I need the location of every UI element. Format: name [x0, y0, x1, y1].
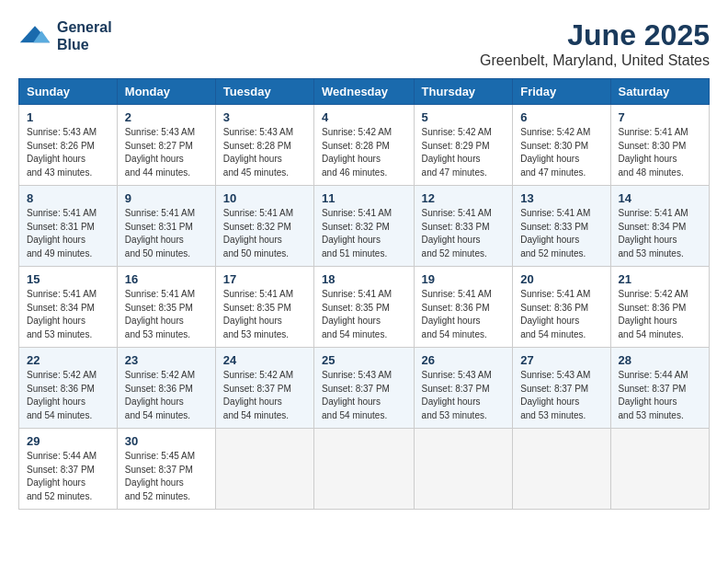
day-info: Sunrise: 5:42 AM Sunset: 8:36 PM Dayligh… [27, 369, 109, 422]
day-info: Sunrise: 5:41 AM Sunset: 8:33 PM Dayligh… [422, 207, 506, 260]
calendar-week-row: 8 Sunrise: 5:41 AM Sunset: 8:31 PM Dayli… [19, 186, 710, 267]
day-info: Sunrise: 5:43 AM Sunset: 8:37 PM Dayligh… [520, 369, 602, 422]
day-info: Sunrise: 5:43 AM Sunset: 8:28 PM Dayligh… [223, 126, 306, 179]
calendar-cell: 21 Sunrise: 5:42 AM Sunset: 8:36 PM Dayl… [610, 267, 709, 348]
calendar-week-row: 29 Sunrise: 5:44 AM Sunset: 8:37 PM Dayl… [19, 429, 710, 510]
calendar-week-row: 15 Sunrise: 5:41 AM Sunset: 8:34 PM Dayl… [19, 267, 710, 348]
day-number: 14 [619, 191, 701, 205]
calendar-header-row: SundayMondayTuesdayWednesdayThursdayFrid… [19, 79, 710, 105]
location-title: Greenbelt, Maryland, United States [480, 52, 710, 69]
logo: General Blue [18, 18, 112, 53]
day-number: 16 [125, 272, 208, 286]
calendar-cell: 2 Sunrise: 5:43 AM Sunset: 8:27 PM Dayli… [117, 105, 215, 186]
day-info: Sunrise: 5:43 AM Sunset: 8:37 PM Dayligh… [322, 369, 406, 422]
day-info: Sunrise: 5:42 AM Sunset: 8:29 PM Dayligh… [422, 126, 506, 179]
calendar-cell: 22 Sunrise: 5:42 AM Sunset: 8:36 PM Dayl… [19, 348, 118, 429]
calendar-cell: 18 Sunrise: 5:41 AM Sunset: 8:35 PM Dayl… [314, 267, 415, 348]
day-info: Sunrise: 5:42 AM Sunset: 8:37 PM Dayligh… [223, 369, 306, 422]
day-info: Sunrise: 5:42 AM Sunset: 8:28 PM Dayligh… [322, 126, 406, 179]
day-info: Sunrise: 5:43 AM Sunset: 8:27 PM Dayligh… [125, 126, 208, 179]
day-number: 6 [520, 110, 602, 124]
day-number: 4 [322, 110, 406, 124]
day-number: 20 [520, 272, 602, 286]
day-info: Sunrise: 5:41 AM Sunset: 8:32 PM Dayligh… [322, 207, 406, 260]
calendar-cell: 6 Sunrise: 5:42 AM Sunset: 8:30 PM Dayli… [513, 105, 610, 186]
day-number: 24 [223, 353, 306, 367]
day-number: 10 [223, 191, 306, 205]
day-number: 25 [322, 353, 406, 367]
day-info: Sunrise: 5:41 AM Sunset: 8:35 PM Dayligh… [223, 288, 306, 341]
day-number: 29 [27, 434, 109, 448]
day-number: 7 [619, 110, 701, 124]
day-info: Sunrise: 5:41 AM Sunset: 8:34 PM Dayligh… [619, 207, 701, 260]
day-number: 26 [422, 353, 506, 367]
calendar-cell: 29 Sunrise: 5:44 AM Sunset: 8:37 PM Dayl… [19, 429, 118, 510]
day-number: 15 [27, 272, 109, 286]
day-info: Sunrise: 5:42 AM Sunset: 8:36 PM Dayligh… [619, 288, 701, 341]
weekday-header-saturday: Saturday [610, 79, 709, 105]
day-info: Sunrise: 5:41 AM Sunset: 8:33 PM Dayligh… [520, 207, 602, 260]
day-info: Sunrise: 5:41 AM Sunset: 8:34 PM Dayligh… [27, 288, 109, 341]
calendar-cell: 16 Sunrise: 5:41 AM Sunset: 8:35 PM Dayl… [117, 267, 215, 348]
day-number: 19 [422, 272, 506, 286]
calendar-cell: 7 Sunrise: 5:41 AM Sunset: 8:30 PM Dayli… [610, 105, 709, 186]
day-number: 12 [422, 191, 506, 205]
day-number: 2 [125, 110, 208, 124]
weekday-header-sunday: Sunday [19, 79, 118, 105]
calendar-cell: 5 Sunrise: 5:42 AM Sunset: 8:29 PM Dayli… [414, 105, 513, 186]
day-info: Sunrise: 5:41 AM Sunset: 8:30 PM Dayligh… [619, 126, 701, 179]
weekday-header-wednesday: Wednesday [314, 79, 415, 105]
day-number: 5 [422, 110, 506, 124]
day-info: Sunrise: 5:44 AM Sunset: 8:37 PM Dayligh… [27, 450, 109, 503]
calendar-week-row: 1 Sunrise: 5:43 AM Sunset: 8:26 PM Dayli… [19, 105, 710, 186]
day-info: Sunrise: 5:43 AM Sunset: 8:37 PM Dayligh… [422, 369, 506, 422]
calendar-cell: 25 Sunrise: 5:43 AM Sunset: 8:37 PM Dayl… [314, 348, 415, 429]
calendar-cell: 26 Sunrise: 5:43 AM Sunset: 8:37 PM Dayl… [414, 348, 513, 429]
calendar-cell: 10 Sunrise: 5:41 AM Sunset: 8:32 PM Dayl… [215, 186, 313, 267]
calendar-cell [314, 429, 415, 510]
calendar-cell [513, 429, 610, 510]
calendar-cell [610, 429, 709, 510]
calendar-cell: 17 Sunrise: 5:41 AM Sunset: 8:35 PM Dayl… [215, 267, 313, 348]
day-info: Sunrise: 5:41 AM Sunset: 8:36 PM Dayligh… [422, 288, 506, 341]
calendar-cell: 20 Sunrise: 5:41 AM Sunset: 8:36 PM Dayl… [513, 267, 610, 348]
day-info: Sunrise: 5:41 AM Sunset: 8:35 PM Dayligh… [125, 288, 208, 341]
calendar-week-row: 22 Sunrise: 5:42 AM Sunset: 8:36 PM Dayl… [19, 348, 710, 429]
calendar-cell [215, 429, 313, 510]
day-info: Sunrise: 5:41 AM Sunset: 8:31 PM Dayligh… [27, 207, 109, 260]
day-info: Sunrise: 5:41 AM Sunset: 8:31 PM Dayligh… [125, 207, 208, 260]
day-number: 13 [520, 191, 602, 205]
day-number: 8 [27, 191, 109, 205]
calendar-cell: 19 Sunrise: 5:41 AM Sunset: 8:36 PM Dayl… [414, 267, 513, 348]
day-number: 23 [125, 353, 208, 367]
day-info: Sunrise: 5:41 AM Sunset: 8:32 PM Dayligh… [223, 207, 306, 260]
day-info: Sunrise: 5:45 AM Sunset: 8:37 PM Dayligh… [125, 450, 208, 503]
calendar-cell [414, 429, 513, 510]
day-number: 11 [322, 191, 406, 205]
weekday-header-friday: Friday [513, 79, 610, 105]
calendar-cell: 27 Sunrise: 5:43 AM Sunset: 8:37 PM Dayl… [513, 348, 610, 429]
day-info: Sunrise: 5:44 AM Sunset: 8:37 PM Dayligh… [619, 369, 701, 422]
day-info: Sunrise: 5:42 AM Sunset: 8:30 PM Dayligh… [520, 126, 602, 179]
calendar-cell: 13 Sunrise: 5:41 AM Sunset: 8:33 PM Dayl… [513, 186, 610, 267]
weekday-header-monday: Monday [117, 79, 215, 105]
day-number: 3 [223, 110, 306, 124]
day-number: 1 [27, 110, 109, 124]
day-number: 27 [520, 353, 602, 367]
day-number: 9 [125, 191, 208, 205]
day-info: Sunrise: 5:41 AM Sunset: 8:35 PM Dayligh… [322, 288, 406, 341]
calendar-cell: 1 Sunrise: 5:43 AM Sunset: 8:26 PM Dayli… [19, 105, 118, 186]
day-number: 21 [619, 272, 701, 286]
day-info: Sunrise: 5:41 AM Sunset: 8:36 PM Dayligh… [520, 288, 602, 341]
day-number: 28 [619, 353, 701, 367]
calendar-cell: 14 Sunrise: 5:41 AM Sunset: 8:34 PM Dayl… [610, 186, 709, 267]
calendar-table: SundayMondayTuesdayWednesdayThursdayFrid… [18, 78, 710, 510]
calendar-cell: 9 Sunrise: 5:41 AM Sunset: 8:31 PM Dayli… [117, 186, 215, 267]
page-header: General Blue June 2025 Greenbelt, Maryla… [18, 18, 710, 69]
weekday-header-thursday: Thursday [414, 79, 513, 105]
calendar-cell: 15 Sunrise: 5:41 AM Sunset: 8:34 PM Dayl… [19, 267, 118, 348]
day-number: 18 [322, 272, 406, 286]
weekday-header-tuesday: Tuesday [215, 79, 313, 105]
calendar-cell: 3 Sunrise: 5:43 AM Sunset: 8:28 PM Dayli… [215, 105, 313, 186]
calendar-cell: 30 Sunrise: 5:45 AM Sunset: 8:37 PM Dayl… [117, 429, 215, 510]
